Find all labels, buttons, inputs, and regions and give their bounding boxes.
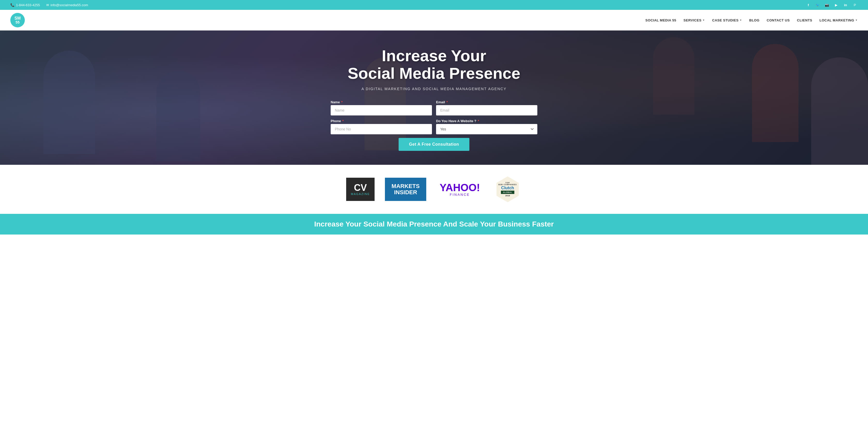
- website-select[interactable]: Yes No: [436, 124, 537, 134]
- nav-link-contact-us[interactable]: CONTACT US: [767, 18, 790, 22]
- nav-item-clients[interactable]: CLIENTS: [797, 18, 812, 22]
- nav-link-local-marketing[interactable]: LOCAL MARKETING ▼: [819, 18, 858, 22]
- consultation-form: Name * Email * Phone *: [331, 100, 537, 151]
- clutch-name: Clutch: [501, 186, 514, 190]
- site-logo[interactable]: SM 55: [10, 13, 25, 27]
- bottom-banner-text: Increase Your Social Media Presence And …: [10, 220, 858, 228]
- local-marketing-dropdown-icon: ▼: [855, 19, 858, 22]
- nav-link-blog[interactable]: BLOG: [749, 18, 760, 22]
- nav-label-social-media-55: SOCIAL MEDIA 55: [645, 18, 676, 22]
- email-icon: ✉: [46, 3, 49, 7]
- yahoo-text: YAHOO!: [440, 182, 480, 193]
- nav-link-case-studies[interactable]: CASE STUDIES ▼: [712, 18, 742, 22]
- hero-title-line1: Increase Your: [382, 47, 486, 65]
- email-input[interactable]: [436, 105, 537, 116]
- hero-title: Increase Your Social Media Presence: [331, 47, 537, 82]
- nav-item-blog[interactable]: BLOG: [749, 18, 760, 22]
- phone-field-group: Phone *: [331, 119, 432, 134]
- hero-title-line2: Social Media Presence: [348, 64, 521, 82]
- phone-input[interactable]: [331, 124, 432, 134]
- bottom-banner: Increase Your Social Media Presence And …: [0, 214, 868, 235]
- top-bar: 📞 1-844-633-4255 ✉ info@socialmedia55.co…: [0, 0, 868, 10]
- cv-logo-box: CV MAGAZINE: [346, 178, 375, 201]
- markets-insider-logo: MARKETS INSIDER: [385, 178, 426, 201]
- nav-menu: SOCIAL MEDIA 55 SERVICES ▼ CASE STUDIES …: [645, 18, 858, 22]
- name-input[interactable]: [331, 105, 432, 116]
- nav-label-local-marketing: LOCAL MARKETING: [819, 18, 854, 22]
- twitter-icon[interactable]: 🐦: [815, 2, 820, 8]
- website-label: Do You Have A Website ? *: [436, 119, 537, 123]
- hero-section: Increase Your Social Media Presence A DI…: [0, 30, 868, 165]
- finance-text: FINANCE: [450, 193, 470, 196]
- nav-link-services[interactable]: SERVICES ▼: [684, 18, 705, 22]
- markets-text: MARKETS: [392, 183, 420, 189]
- nav-label-case-studies: CASE STUDIES: [712, 18, 739, 22]
- nav-item-local-marketing[interactable]: LOCAL MARKETING ▼: [819, 18, 858, 22]
- top-bar-contact: 📞 1-844-633-4255 ✉ info@socialmedia55.co…: [10, 3, 88, 7]
- bg-person-5: [811, 57, 868, 165]
- website-required: *: [478, 119, 479, 123]
- clutch-ribbon-text: GLOBAL: [503, 191, 512, 193]
- submit-button[interactable]: Get A Free Consultation: [399, 138, 469, 151]
- facebook-icon[interactable]: f: [805, 2, 811, 8]
- nav-link-social-media-55[interactable]: SOCIAL MEDIA 55: [645, 18, 676, 22]
- pinterest-icon[interactable]: P: [852, 2, 858, 8]
- services-dropdown-icon: ▼: [703, 19, 705, 22]
- insider-text: INSIDER: [394, 190, 417, 195]
- nav-item-services[interactable]: SERVICES ▼: [684, 18, 705, 22]
- hero-content: Increase Your Social Media Presence A DI…: [331, 47, 537, 151]
- cv-magazine-text: MAGAZINE: [351, 192, 370, 195]
- case-studies-dropdown-icon: ▼: [740, 19, 742, 22]
- yahoo-logo-box: YAHOO! FINANCE: [437, 178, 483, 201]
- clutch-badge-box: TOPB2B COMPANIES Clutch GLOBAL 2018: [493, 175, 522, 204]
- phone-label: Phone *: [331, 119, 432, 123]
- email-label: Email *: [436, 100, 537, 104]
- phone-info: 📞 1-844-633-4255: [10, 3, 40, 7]
- hero-subtitle: A DIGITAL MARKETING AND SOCIAL MEDIA MAN…: [331, 87, 537, 91]
- yahoo-finance-logo: YAHOO! FINANCE: [437, 178, 483, 201]
- bg-person-4: [653, 37, 694, 115]
- form-row-2: Phone * Do You Have A Website ? * Yes No: [331, 119, 537, 134]
- markets-logo-box: MARKETS INSIDER: [385, 178, 426, 201]
- name-label: Name *: [331, 100, 432, 104]
- clutch-top-label: TOPB2B COMPANIES: [499, 182, 517, 185]
- cv-text: CV: [354, 183, 367, 192]
- logos-section: CV MAGAZINE MARKETS INSIDER YAHOO! FINAN…: [0, 165, 868, 214]
- phone-icon: 📞: [10, 3, 14, 7]
- form-submit-row: Get A Free Consultation: [331, 138, 537, 151]
- bg-person-3: [752, 44, 799, 142]
- name-field-group: Name *: [331, 100, 432, 116]
- phone-number[interactable]: 1-844-633-4255: [16, 3, 40, 7]
- logo-num: 55: [16, 21, 20, 24]
- navbar: SM 55 SOCIAL MEDIA 55 SERVICES ▼ CASE ST…: [0, 10, 868, 30]
- bg-person-2: [156, 71, 200, 161]
- nav-item-social-media-55[interactable]: SOCIAL MEDIA 55: [645, 18, 676, 22]
- email-info: ✉ info@socialmedia55.com: [46, 3, 88, 7]
- website-field-group: Do You Have A Website ? * Yes No: [436, 119, 537, 134]
- clutch-ribbon: GLOBAL: [501, 191, 514, 194]
- phone-required: *: [342, 119, 344, 123]
- social-icons-bar: f 🐦 📷 ▶ in P: [805, 2, 858, 8]
- form-row-1: Name * Email *: [331, 100, 537, 116]
- nav-label-contact-us: CONTACT US: [767, 18, 790, 22]
- bg-person-1: [43, 51, 95, 154]
- nav-label-clients: CLIENTS: [797, 18, 812, 22]
- nav-item-contact-us[interactable]: CONTACT US: [767, 18, 790, 22]
- clutch-logo: TOPB2B COMPANIES Clutch GLOBAL 2018: [493, 175, 522, 204]
- instagram-icon[interactable]: 📷: [824, 2, 830, 8]
- clutch-inner: TOPB2B COMPANIES Clutch GLOBAL 2018: [499, 182, 517, 197]
- cv-magazine-logo: CV MAGAZINE: [346, 178, 375, 201]
- logo-sm: SM: [14, 16, 21, 21]
- nav-item-case-studies[interactable]: CASE STUDIES ▼: [712, 18, 742, 22]
- email-required: *: [446, 100, 448, 104]
- clutch-hexagon: TOPB2B COMPANIES Clutch GLOBAL 2018: [495, 177, 521, 202]
- email-address[interactable]: info@socialmedia55.com: [51, 3, 88, 7]
- clutch-year: 2018: [505, 194, 510, 197]
- name-required: *: [341, 100, 343, 104]
- nav-label-blog: BLOG: [749, 18, 760, 22]
- email-field-group: Email *: [436, 100, 537, 116]
- nav-label-services: SERVICES: [684, 18, 702, 22]
- nav-link-clients[interactable]: CLIENTS: [797, 18, 812, 22]
- youtube-icon[interactable]: ▶: [833, 2, 839, 8]
- linkedin-icon[interactable]: in: [843, 2, 848, 8]
